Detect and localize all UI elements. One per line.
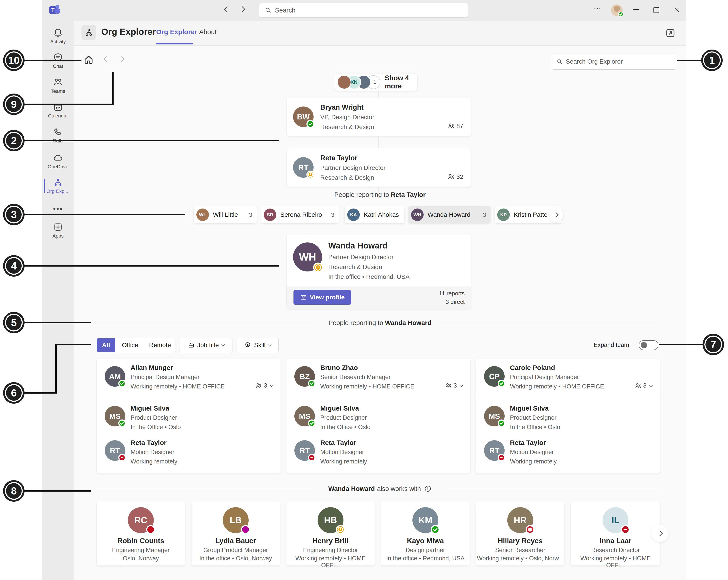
filter-all-segment[interactable]: All <box>97 338 115 352</box>
home-button[interactable] <box>83 54 94 65</box>
person-dept: Research & Design <box>320 123 374 131</box>
report-pill-katri-ahokas[interactable]: KA Katri Ahokas <box>344 206 405 223</box>
pill-count: 3 <box>249 211 252 218</box>
app-icon-box <box>81 25 96 40</box>
reporting-to-reta-label: People reporting to Reta Taylor <box>74 191 686 199</box>
expand-reports-control[interactable]: 3 <box>255 382 273 389</box>
avatar: RT <box>484 440 504 461</box>
manager-card-bryan-wright[interactable]: BW Bryan Wright VP, Design Director Rese… <box>287 98 471 136</box>
pills-scroll-right-button[interactable] <box>549 207 563 222</box>
works-with-card-henry-brill[interactable]: HB Henry Brill Engineering Director Work… <box>286 501 375 565</box>
person-title: Product Designer <box>131 414 177 421</box>
filter-office-segment[interactable]: Office <box>115 338 145 352</box>
person-name: Inna Laar <box>571 537 660 545</box>
org-connector <box>379 187 379 192</box>
works-with-card-inna-laar[interactable]: IL Inna Laar Research Director Working r… <box>571 501 660 565</box>
person-title: Senior Researcher <box>476 547 565 554</box>
tab-about[interactable]: About <box>199 28 216 36</box>
bell-icon <box>53 28 63 38</box>
expand-reports-control[interactable]: 3 <box>635 382 652 389</box>
info-icon[interactable] <box>424 485 432 493</box>
works-with-card-hillary-reyes[interactable]: HR Hillary Reyes Senior Researcher Worki… <box>476 501 565 565</box>
close-icon[interactable] <box>674 7 680 13</box>
person-title: VP, Design Director <box>320 114 374 121</box>
presence-available-badge <box>431 525 440 534</box>
callout-line-9 <box>24 104 113 105</box>
team-column-bruno-zhao[interactable]: BZ Bruno Zhao Senior Research Manager Wo… <box>286 358 470 473</box>
people-icon <box>447 123 454 130</box>
card-footer: View profile 11 reports 3 direct <box>287 286 471 309</box>
chevron-down-icon <box>270 383 274 387</box>
view-profile-label: View profile <box>310 294 345 301</box>
titlebar-forward-button[interactable] <box>240 7 244 11</box>
maximize-icon[interactable] <box>653 7 659 13</box>
callout-line-3 <box>24 214 185 215</box>
global-search-input[interactable]: Search <box>259 3 468 18</box>
pill-count: 3 <box>483 211 486 218</box>
report-pill-wanda-howard-selected[interactable]: WH Wanda Howard 3 <box>409 206 491 223</box>
org-search-input[interactable]: Search Org Explorer <box>552 54 676 70</box>
person-location: In the office • Oslo, Norway <box>191 555 280 562</box>
show-more-pill[interactable]: KN +1 Show 4 more <box>334 74 417 91</box>
sidebar-item-apps[interactable]: Apps <box>43 222 74 239</box>
callout-line-4 <box>24 265 279 267</box>
person-status: In the Office • Oslo <box>510 424 560 431</box>
person-status: Working remotely • HOME OFFICE <box>320 383 414 390</box>
person-title: Engineering Manager <box>97 547 185 554</box>
popout-icon[interactable] <box>665 27 676 39</box>
sidebar-item-teams[interactable]: Teams <box>43 77 74 94</box>
person-name: Henry Brill <box>286 537 375 545</box>
window-titlebar: T Search ⋯ <box>43 0 686 21</box>
works-with-card-kayo-miwa[interactable]: KM Kayo Miwa Design partner In the offic… <box>381 501 470 565</box>
canvas-back-button[interactable] <box>104 57 108 61</box>
person-location: Oslo, Norway <box>97 555 185 562</box>
chevron-down-icon <box>460 383 463 387</box>
callout-line-2 <box>24 140 279 141</box>
callout-3: 3 <box>3 204 25 225</box>
team-column-allan-munger[interactable]: AM Allan Munger Principal Design Manager… <box>97 358 281 473</box>
callout-9: 9 <box>3 94 25 115</box>
selected-person-card[interactable]: WH Wanda Howard Partner Design Director … <box>287 234 471 309</box>
sidebar-item-label: Calendar <box>43 113 74 119</box>
expand-team-label: Expand team <box>594 342 629 349</box>
tab-label: About <box>199 28 216 35</box>
manager-card-reta-taylor[interactable]: RT Reta Taylor Partner Design Director R… <box>287 148 471 187</box>
person-title: Motion Designer <box>320 449 364 456</box>
report-pill-serena-ribeiro[interactable]: SR Serena Ribeiro 3 <box>261 206 339 223</box>
titlebar-back-button[interactable] <box>225 7 229 11</box>
sidebar-item-activity[interactable]: Activity <box>43 28 74 45</box>
filter-remote-segment[interactable]: Remote <box>145 338 175 352</box>
avatar: HR <box>507 507 533 533</box>
avatar: RC <box>128 507 154 533</box>
person-location: In the office • Redmond, USA <box>328 273 410 280</box>
works-with-card-robin-counts[interactable]: RC Robin Counts Engineering Manager Oslo… <box>97 501 185 565</box>
avatar: RT <box>105 440 125 461</box>
expand-reports-control[interactable]: 3 <box>445 382 463 389</box>
org-connector <box>379 91 379 98</box>
sidebar-item-onedrive[interactable]: OneDrive <box>43 153 74 170</box>
callout-5: 5 <box>3 312 25 333</box>
callout-10: 10 <box>3 50 25 71</box>
callout-6: 6 <box>3 382 25 404</box>
person-name: Reta Taylor <box>510 439 546 447</box>
avatar: IL <box>603 507 628 533</box>
user-avatar[interactable] <box>611 4 623 16</box>
works-with-scroll-right-button[interactable] <box>651 525 669 542</box>
avatar: SR <box>264 208 276 221</box>
job-title-filter-button[interactable]: Job title <box>179 338 233 352</box>
report-pill-will-little[interactable]: WL Will Little 3 <box>194 206 257 223</box>
minimize-icon[interactable] <box>633 9 639 10</box>
toggle-knob <box>641 342 647 348</box>
callout-line-10 <box>24 59 81 61</box>
sidebar-item-more[interactable]: ••• <box>43 204 74 213</box>
expand-team-toggle[interactable] <box>639 340 658 350</box>
tab-org-explorer[interactable]: Org Explorer <box>156 28 197 36</box>
more-ellipsis-icon[interactable]: ⋯ <box>594 4 602 13</box>
canvas-forward-button[interactable] <box>120 57 124 61</box>
people-icon <box>255 382 262 389</box>
works-with-card-lydia-bauer[interactable]: LB Lydia Bauer Group Product Manager In … <box>191 501 280 565</box>
team-column-carole-poland[interactable]: CP Carole Poland Principal Design Manage… <box>476 358 660 473</box>
skill-filter-button[interactable]: Skill <box>237 338 279 352</box>
sidebar-item-org-explorer[interactable]: Org Expl... <box>43 177 74 194</box>
view-profile-button[interactable]: View profile <box>293 290 351 305</box>
